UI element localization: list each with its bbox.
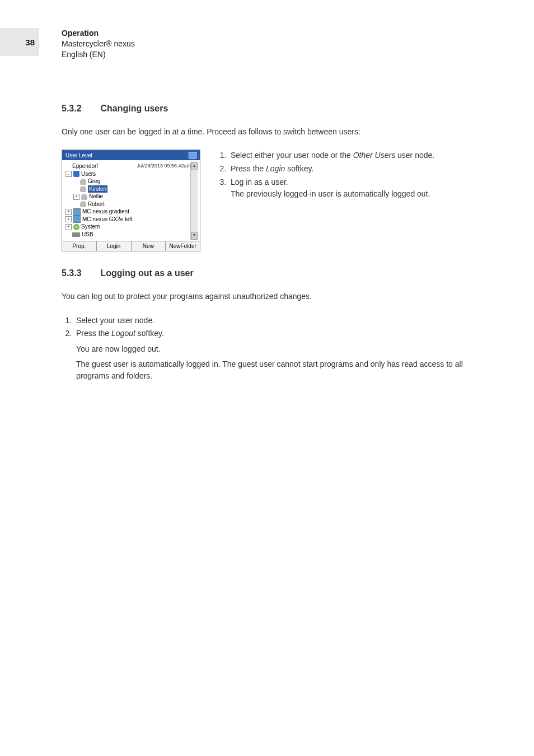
scroll-up-icon[interactable]: ▴ bbox=[191, 162, 198, 170]
cycler-icon bbox=[73, 208, 81, 216]
section-heading: 5.3.3 Logging out as a user bbox=[62, 268, 487, 278]
usb-icon bbox=[72, 232, 80, 237]
header-lang: English (EN) bbox=[62, 49, 135, 60]
step-item: Select your user node. bbox=[74, 315, 487, 327]
expand-icon[interactable]: + bbox=[73, 194, 79, 200]
tree-user[interactable]: Robert bbox=[73, 200, 198, 208]
tree-usb[interactable]: USB bbox=[65, 231, 190, 239]
window-icon bbox=[189, 152, 196, 158]
tree-cycler[interactable]: +MC nexus gradient bbox=[65, 208, 190, 216]
page-number: 38 bbox=[25, 38, 35, 47]
user-icon bbox=[81, 194, 87, 200]
result-text: You are now logged out. bbox=[76, 343, 487, 355]
tree-user[interactable]: +Nellie bbox=[73, 193, 198, 200]
header-title: Operation bbox=[62, 28, 135, 39]
tree-cycler[interactable]: +MC nexus GX2e left bbox=[65, 216, 190, 223]
cycler-icon bbox=[73, 216, 81, 223]
section-heading: 5.3.2 Changing users bbox=[62, 104, 487, 114]
tree-system[interactable]: +System bbox=[65, 223, 190, 231]
expand-icon[interactable]: + bbox=[65, 224, 72, 230]
system-icon bbox=[73, 224, 79, 230]
step-follow: The previously logged-in user is automat… bbox=[231, 188, 487, 200]
expand-icon[interactable]: + bbox=[65, 209, 72, 215]
device-timestamp: Jul/26/2013 09:56:42am bbox=[137, 162, 191, 169]
scrollbar[interactable]: ▴ ▾ bbox=[190, 162, 198, 240]
section-number: 5.3.3 bbox=[62, 268, 98, 278]
step-item: Select either your user node or the Othe… bbox=[228, 150, 487, 162]
softkey-newfolder[interactable]: NewFolder bbox=[166, 241, 200, 251]
running-header: Operation Mastercycler® nexus English (E… bbox=[62, 28, 135, 60]
header-product: Mastercycler® nexus bbox=[62, 39, 135, 49]
tree-users-node[interactable]: - Users bbox=[65, 170, 190, 178]
steps-list: Select either your user node or the Othe… bbox=[216, 150, 487, 200]
softkey-prop[interactable]: Prop. bbox=[62, 241, 97, 251]
step-item: Press the Login softkey. bbox=[228, 163, 487, 175]
collapse-icon[interactable]: - bbox=[65, 171, 72, 177]
tree-view[interactable]: Jul/26/2013 09:56:42am Eppendorf - Users bbox=[64, 162, 190, 240]
spacer-icon bbox=[65, 164, 71, 169]
section-intro: You can log out to protect your programs… bbox=[62, 291, 487, 302]
section-intro: Only one user can be logged in at a time… bbox=[62, 126, 487, 137]
tree-user[interactable]: Greg bbox=[73, 178, 198, 185]
step-item: Log in as a user. The previously logged-… bbox=[228, 176, 487, 200]
softkey-new[interactable]: New bbox=[132, 241, 166, 251]
expand-icon[interactable]: + bbox=[65, 216, 72, 222]
tree-user-selected[interactable]: Kirsten bbox=[73, 185, 198, 193]
section-title: Logging out as a user bbox=[100, 268, 193, 278]
step-item: Press the Logout softkey. bbox=[74, 328, 487, 340]
user-icon bbox=[80, 179, 86, 185]
steps-list: Select your user node. Press the Logout … bbox=[62, 315, 487, 340]
result-text: The guest user is automatically logged i… bbox=[76, 358, 487, 382]
scroll-down-icon[interactable]: ▾ bbox=[191, 232, 198, 240]
softkey-login[interactable]: Login bbox=[97, 241, 132, 251]
device-title-text: User Level bbox=[65, 152, 92, 158]
softkey-bar: Prop. Login New NewFolder bbox=[62, 241, 200, 251]
device-screenshot: User Level Jul/26/2013 09:56:42am Eppend… bbox=[62, 150, 200, 251]
user-icon bbox=[80, 201, 86, 207]
page-number-tab: 38 bbox=[0, 28, 39, 56]
section-number: 5.3.2 bbox=[62, 104, 98, 114]
device-titlebar: User Level bbox=[62, 150, 200, 160]
section-title: Changing users bbox=[100, 104, 168, 113]
user-icon bbox=[80, 186, 86, 192]
users-icon bbox=[73, 171, 79, 177]
